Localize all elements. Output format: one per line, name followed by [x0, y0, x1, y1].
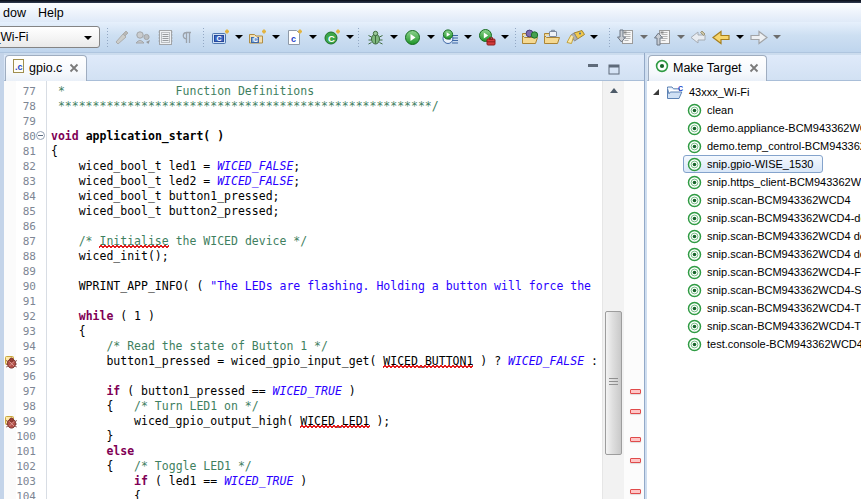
chevron-down-icon	[84, 36, 92, 40]
make-target-icon	[687, 301, 702, 316]
run-dropdown[interactable]	[425, 25, 437, 49]
tree-item-make-target[interactable]: snip.scan-BCM943362WCD4 download run	[647, 245, 861, 263]
tree-item-label: snip.scan-BCM943362WCD4-FreeRTOS	[707, 266, 861, 278]
tree-item-make-target[interactable]: demo.temp_control-BCM943362WCD4	[647, 137, 861, 155]
tree-item-make-target[interactable]: snip.scan-BCM943362WCD4-ThreadX	[647, 299, 861, 317]
tree-item-make-target[interactable]: snip.scan-BCM943362WCD4-ThreadX-NetX	[647, 317, 861, 335]
new-c-file-button[interactable]: c	[282, 25, 307, 49]
combo-dropdown-button[interactable]	[80, 30, 96, 45]
tree-item-make-target[interactable]: test.console-BCM943362WCD4	[647, 335, 861, 353]
next-annotation-dropdown[interactable]	[638, 25, 650, 49]
chevron-down-icon	[773, 35, 781, 39]
toolbar-group-launch	[363, 22, 511, 52]
menu-window[interactable]: dow	[0, 3, 32, 22]
tree-item-make-target[interactable]: snip.scan-BCM943362WCD4 download	[647, 227, 861, 245]
code-editor[interactable]: 7778798081828384858687888990919293949596…	[4, 81, 644, 499]
toolbar-group-files	[519, 22, 600, 52]
tree-item-label: demo.appliance-BCM943362WCD4	[707, 122, 861, 134]
make-target-icon	[687, 283, 702, 298]
tree-expanded-arrow-icon[interactable]	[652, 88, 660, 96]
toolbar-group-new: C C c C	[208, 22, 356, 52]
tree-item-project[interactable]: C43xxx_Wi-Fi	[647, 83, 861, 101]
tree-item-make-target[interactable]: snip.scan-BCM943362WCD4-debug	[647, 209, 861, 227]
tree-item-make-target[interactable]: snip.https_client-BCM943362WCD4	[647, 173, 861, 191]
overview-ruler[interactable]	[624, 81, 644, 499]
bug-marker-icon[interactable]	[5, 355, 17, 368]
profiles-button	[132, 25, 154, 49]
maximize-icon[interactable]	[608, 61, 620, 79]
line-number: 79	[16, 114, 36, 129]
prev-annotation-dropdown[interactable]	[675, 25, 687, 49]
tree-item-label: snip.scan-BCM943362WCD4 download	[707, 230, 861, 242]
new-class-button[interactable]: C	[319, 25, 344, 49]
close-icon[interactable]	[749, 63, 759, 73]
new-folder-dropdown[interactable]	[270, 25, 282, 49]
next-annotation-button[interactable]	[613, 25, 638, 49]
debug-dropdown[interactable]	[388, 25, 400, 49]
prev-annotation-button[interactable]	[650, 25, 675, 49]
scroll-up-button[interactable]	[603, 81, 624, 100]
minimize-icon[interactable]	[587, 61, 599, 79]
toolbar-group-navigate	[613, 22, 783, 52]
ide-window: dow Help 43xxx_Wi-Fi C	[0, 0, 861, 499]
scrollbar-thumb[interactable]	[605, 311, 622, 455]
target-selector-combo[interactable]: 43xxx_Wi-Fi	[0, 26, 100, 48]
svg-text:C: C	[328, 32, 335, 43]
tree-item-make-target[interactable]: demo.appliance-BCM943362WCD4	[647, 119, 861, 137]
forward-dropdown[interactable]	[771, 25, 783, 49]
back-dropdown[interactable]	[734, 25, 746, 49]
make-target-icon	[687, 337, 702, 352]
back-button[interactable]	[709, 25, 734, 49]
external-tools-dropdown[interactable]	[499, 25, 511, 49]
make-target-pane: Make Target C43xxx_Wi-Ficleandemo.applia…	[647, 53, 861, 499]
tree-item-make-target[interactable]: snip.gpio-WISE_1530	[647, 155, 861, 173]
toolbar-group-textedit	[110, 22, 198, 52]
fold-collapse-icon[interactable]	[36, 131, 45, 140]
export-folder-button[interactable]	[541, 25, 563, 49]
tree-item-label: snip.https_client-BCM943362WCD4	[707, 176, 861, 188]
close-icon[interactable]	[69, 63, 79, 73]
error-overview-mark[interactable]	[630, 389, 641, 394]
profile-dropdown[interactable]	[462, 25, 474, 49]
make-target-icon	[687, 175, 702, 190]
code-line: /* Read the state of Button 1 */	[44, 339, 602, 354]
paintbrush-icon	[113, 29, 130, 46]
tree-item-make-target[interactable]: snip.scan-BCM943362WCD4-SDIO	[647, 281, 861, 299]
search-button[interactable]	[563, 25, 588, 49]
run-button[interactable]	[400, 25, 425, 49]
tree-item-make-target[interactable]: snip.scan-BCM943362WCD4-FreeRTOS	[647, 263, 861, 281]
new-c-project-button[interactable]: C	[208, 25, 233, 49]
make-target-tab[interactable]: Make Target	[648, 55, 767, 81]
import-folder-icon	[520, 29, 540, 46]
tree-item-make-target[interactable]: snip.scan-BCM943362WCD4	[647, 191, 861, 209]
chevron-down-icon	[309, 35, 317, 39]
error-overview-mark[interactable]	[630, 458, 641, 463]
bug-marker-icon[interactable]	[5, 415, 17, 428]
new-class-dropdown[interactable]	[344, 25, 356, 49]
external-tools-button[interactable]	[474, 25, 499, 49]
error-overview-mark[interactable]	[630, 409, 641, 414]
profile-button[interactable]	[437, 25, 462, 49]
make-target-view[interactable]: C43xxx_Wi-Ficleandemo.appliance-BCM94336…	[647, 81, 861, 499]
debug-button[interactable]	[363, 25, 388, 49]
menu-help[interactable]: Help	[32, 3, 70, 22]
tree-item-label: snip.scan-BCM943362WCD4-ThreadX	[707, 302, 861, 314]
search-dropdown[interactable]	[588, 25, 600, 49]
import-folder-button[interactable]	[519, 25, 541, 49]
line-number: 101	[16, 444, 36, 459]
new-c-project-dropdown[interactable]	[233, 25, 245, 49]
code-text[interactable]: * Function Definitions *****************…	[44, 84, 602, 499]
tree-item-label: snip.scan-BCM943362WCD4-ThreadX-NetX	[707, 320, 861, 332]
new-folder-button[interactable]: C	[245, 25, 270, 49]
tree-item-label: snip.scan-BCM943362WCD4	[707, 194, 851, 206]
error-overview-mark[interactable]	[630, 489, 641, 494]
make-target-icon	[687, 139, 702, 154]
error-overview-mark[interactable]	[630, 437, 641, 442]
tree-item-make-target[interactable]: clean	[647, 101, 861, 119]
vertical-scrollbar[interactable]	[602, 81, 624, 499]
editor-tab-label: gpio.c	[29, 61, 62, 75]
editor-tab-gpio-c[interactable]: .c gpio.c	[5, 55, 87, 81]
line-number: 80	[16, 129, 36, 144]
svg-text:C: C	[678, 85, 683, 92]
new-c-file-dropdown[interactable]	[307, 25, 319, 49]
